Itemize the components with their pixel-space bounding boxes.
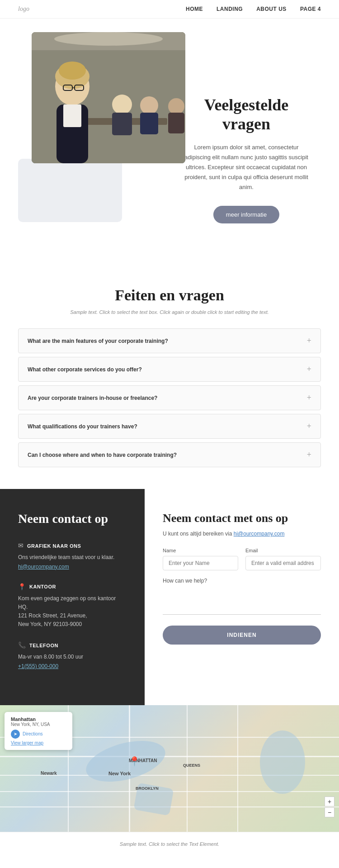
email-icon: ✉ — [18, 542, 24, 550]
faq-expand-icon-3: + — [307, 393, 311, 403]
faq-title: Feiten en vragen — [18, 287, 321, 304]
nav-landing[interactable]: LANDING — [217, 6, 243, 12]
directions-button[interactable]: Directions — [23, 731, 42, 736]
hero-section: Veelgestelde vragen Lorem ipsum dolor si… — [0, 19, 339, 260]
submit-button[interactable]: INDIENEN — [163, 626, 321, 645]
zoom-in-button[interactable]: + — [325, 797, 334, 806]
nav-about[interactable]: ABOUT US — [256, 6, 287, 12]
svg-rect-0 — [32, 32, 185, 163]
svg-rect-5 — [112, 113, 132, 135]
map-label-queens: QUEENS — [183, 763, 200, 768]
map-label-brooklyn: BROOKLYN — [136, 786, 159, 791]
contact-item-email: ✉ GRAFIEK NAAR ONS Ons vriendelijke team… — [18, 542, 127, 570]
faq-items: What are the main features of your corpo… — [18, 328, 321, 467]
map-controls: + − — [325, 797, 334, 818]
location-icon: 📍 — [18, 583, 26, 591]
name-form-group: Name — [163, 548, 238, 570]
map-popup: Manhattan New York, NY, USA ➤ Directions… — [5, 712, 72, 750]
faq-question-3: Are your corporate trainers in-house or … — [28, 395, 157, 401]
how-label: How can we help? — [163, 578, 321, 584]
contact-form-email-link[interactable]: hi@ourcompany.com — [234, 531, 285, 537]
how-textarea[interactable] — [163, 588, 321, 615]
map-popup-title: Manhattan — [11, 716, 66, 722]
svg-point-8 — [168, 98, 184, 114]
map-label-newyork: New York — [108, 771, 131, 776]
nav-links: HOME LANDING ABOUT US PAGE 4 — [186, 6, 321, 12]
svg-rect-9 — [168, 113, 184, 133]
map-popup-subtitle: New York, NY, USA — [11, 722, 66, 727]
contact-email-text: Ons vriendelijke team staat voor u klaar… — [18, 553, 127, 562]
name-label: Name — [163, 548, 238, 553]
faq-expand-icon-2: + — [307, 365, 311, 374]
svg-point-6 — [140, 96, 158, 114]
faq-item[interactable]: What other corporate services do you off… — [18, 357, 321, 382]
contact-item-phone: 📞 TELEFOON Ma-vr van 8.00 tot 5.00 uur +… — [18, 641, 127, 669]
phone-icon: 📞 — [18, 641, 26, 649]
hero-light-box — [18, 159, 122, 222]
contact-right-panel: Neem contact met ons op U kunt ons altij… — [145, 489, 339, 705]
faq-item[interactable]: Can I choose where and when to have corp… — [18, 442, 321, 467]
email-form-group: Email — [245, 548, 321, 570]
faq-item[interactable]: Are your corporate trainers in-house or … — [18, 385, 321, 410]
contact-phone-label: TELEFOON — [29, 643, 58, 648]
map-label-newark: Newark — [41, 771, 57, 776]
faq-item[interactable]: What are the main features of your corpo… — [18, 328, 321, 353]
contact-office-label: KANTOOR — [29, 584, 56, 589]
contact-email-link[interactable]: hi@ourcompany.com — [18, 564, 69, 570]
faq-question-4: What qualifications do your trainers hav… — [28, 423, 137, 430]
contact-left-title: Neem contact op — [18, 512, 127, 526]
logo: logo — [18, 5, 29, 13]
svg-rect-17 — [63, 104, 81, 127]
faq-section: Feiten en vragen Sample text. Click to s… — [0, 260, 339, 489]
faq-question-1: What are the main features of your corpo… — [28, 338, 168, 344]
footer-text: Sample text. Click to select the Text El… — [120, 841, 219, 847]
contact-form-subtitle: U kunt ons altijd bereiken via hi@ourcom… — [163, 531, 321, 537]
contact-phone-link[interactable]: +1(555) 000-000 — [18, 663, 58, 669]
faq-subtitle: Sample text. Click to select the text bo… — [18, 309, 321, 315]
svg-point-4 — [112, 95, 132, 114]
hero-photo — [32, 32, 185, 163]
svg-point-12 — [59, 62, 86, 80]
directions-icon: ➤ — [11, 730, 20, 739]
email-label: Email — [245, 548, 321, 553]
faq-item[interactable]: What qualifications do your trainers hav… — [18, 414, 321, 439]
navigation: logo HOME LANDING ABOUT US PAGE 4 — [0, 0, 339, 19]
contact-office-text: Kom even gedag zeggen op ons kantoor HQ.… — [18, 594, 127, 629]
faq-question-5: Can I choose where and when to have corp… — [28, 452, 177, 458]
contact-email-label: GRAFIEK NAAR ONS — [27, 543, 81, 549]
zoom-out-button[interactable]: − — [325, 807, 334, 817]
svg-rect-7 — [140, 113, 158, 134]
hero-title: Veelgestelde vragen — [181, 95, 312, 133]
contact-phone-text: Ma-vr van 8.00 tot 5.00 uur — [18, 653, 127, 661]
svg-point-2 — [54, 32, 163, 46]
hero-description: Lorem ipsum dolor sit amet, consectetur … — [181, 142, 312, 192]
contact-section: Neem contact op ✉ GRAFIEK NAAR ONS Ons v… — [0, 489, 339, 705]
nav-page4[interactable]: PAGE 4 — [300, 6, 321, 12]
nav-home[interactable]: HOME — [186, 6, 203, 12]
map-section: MANHATTAN New York Newark BROOKLYN QUEEN… — [0, 705, 339, 832]
faq-question-2: What other corporate services do you off… — [28, 366, 142, 373]
faq-expand-icon-5: + — [307, 450, 311, 460]
map-pin: 📍 — [129, 756, 140, 767]
contact-form-title: Neem contact met ons op — [163, 512, 321, 525]
faq-expand-icon-1: + — [307, 336, 311, 346]
contact-item-office: 📍 KANTOOR Kom even gedag zeggen op ons k… — [18, 583, 127, 629]
page-footer: Sample text. Click to select the Text El… — [0, 832, 339, 855]
view-larger-map-link[interactable]: View larger map — [11, 740, 66, 745]
contact-left-panel: Neem contact op ✉ GRAFIEK NAAR ONS Ons v… — [0, 489, 145, 705]
name-input[interactable] — [163, 556, 238, 570]
hero-more-info-button[interactable]: meer informatie — [213, 206, 279, 223]
email-input[interactable] — [245, 556, 321, 570]
faq-expand-icon-4: + — [307, 422, 311, 431]
